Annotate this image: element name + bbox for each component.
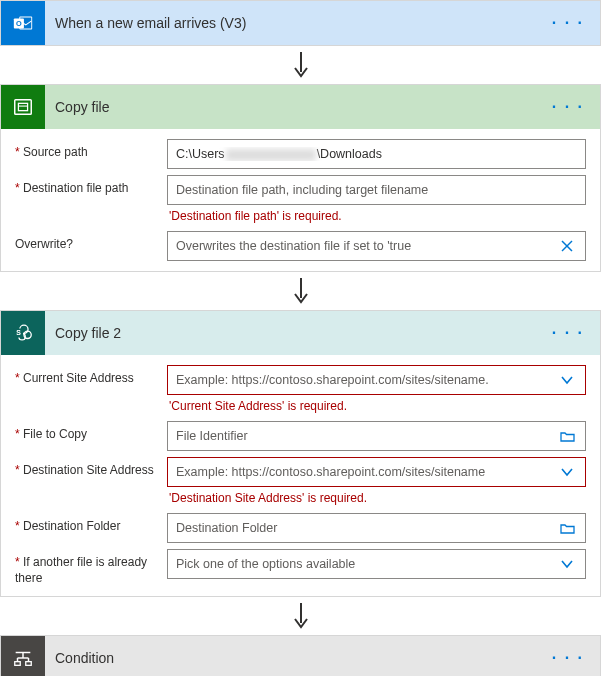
- dest-path-error: 'Destination file path' is required.: [167, 205, 586, 225]
- overwrite-row: Overwrite? Overwrites the destination fi…: [1, 225, 600, 261]
- trigger-header[interactable]: O When a new email arrives (V3) · · ·: [1, 1, 600, 45]
- dest-site-select[interactable]: Example: https://contoso.sharepoint.com/…: [167, 457, 586, 487]
- svg-rect-6: [18, 103, 27, 110]
- folder-picker-icon[interactable]: [557, 429, 577, 444]
- svg-rect-22: [15, 662, 21, 666]
- dest-folder-input[interactable]: Destination Folder: [167, 513, 586, 543]
- svg-text:S: S: [16, 329, 21, 336]
- outlook-icon: O: [1, 1, 45, 45]
- copy-file-2-title: Copy file 2: [45, 325, 548, 341]
- dest-path-row: * Destination file path Destination file…: [1, 169, 600, 225]
- dest-path-label: * Destination file path: [15, 175, 167, 197]
- svg-rect-23: [26, 662, 32, 666]
- copy-file-card: Copy file · · · * Source path C:\Users\D…: [0, 84, 601, 272]
- condition-header[interactable]: Condition · · ·: [1, 636, 600, 676]
- site-address-row: * Current Site Address Example: https://…: [1, 359, 600, 415]
- if-exists-select[interactable]: Pick one of the options available: [167, 549, 586, 579]
- sharepoint-icon: S: [1, 311, 45, 355]
- flow-arrow: [0, 597, 601, 635]
- svg-rect-5: [15, 100, 32, 115]
- copy-file-2-menu-button[interactable]: · · ·: [548, 324, 588, 342]
- dest-path-input[interactable]: Destination file path, including target …: [167, 175, 586, 205]
- chevron-down-icon[interactable]: [557, 557, 577, 571]
- trigger-title: When a new email arrives (V3): [45, 15, 548, 31]
- file-system-icon: [1, 85, 45, 129]
- clear-icon[interactable]: [557, 239, 577, 253]
- site-address-error: 'Current Site Address' is required.: [167, 395, 586, 415]
- dest-site-label: * Destination Site Address: [15, 457, 167, 479]
- svg-text:O: O: [16, 19, 22, 28]
- condition-icon: [1, 636, 45, 676]
- dest-folder-label: * Destination Folder: [15, 513, 167, 535]
- dest-site-error: 'Destination Site Address' is required.: [167, 487, 586, 507]
- file-to-copy-row: * File to Copy File Identifier: [1, 415, 600, 451]
- copy-file-header[interactable]: Copy file · · ·: [1, 85, 600, 129]
- trigger-menu-button[interactable]: · · ·: [548, 14, 588, 32]
- source-path-row: * Source path C:\Users\Downloads: [1, 133, 600, 169]
- flow-arrow: [0, 272, 601, 310]
- flow-arrow: [0, 46, 601, 84]
- copy-file-body: * Source path C:\Users\Downloads * Desti…: [1, 129, 600, 271]
- chevron-down-icon[interactable]: [557, 465, 577, 479]
- dest-folder-row: * Destination Folder Destination Folder: [1, 507, 600, 543]
- file-to-copy-input[interactable]: File Identifier: [167, 421, 586, 451]
- condition-title: Condition: [45, 650, 548, 666]
- copy-file-menu-button[interactable]: · · ·: [548, 98, 588, 116]
- overwrite-input[interactable]: Overwrites the destination file if set t…: [167, 231, 586, 261]
- condition-menu-button[interactable]: · · ·: [548, 649, 588, 667]
- source-path-input[interactable]: C:\Users\Downloads: [167, 139, 586, 169]
- site-address-label: * Current Site Address: [15, 365, 167, 387]
- chevron-down-icon[interactable]: [557, 373, 577, 387]
- dest-site-row: * Destination Site Address Example: http…: [1, 451, 600, 507]
- file-to-copy-label: * File to Copy: [15, 421, 167, 443]
- site-address-select[interactable]: Example: https://contoso.sharepoint.com/…: [167, 365, 586, 395]
- if-exists-label: * If another file is already there: [15, 549, 167, 586]
- source-path-label: * Source path: [15, 139, 167, 161]
- if-exists-row: * If another file is already there Pick …: [1, 543, 600, 586]
- copy-file-2-body: * Current Site Address Example: https://…: [1, 355, 600, 596]
- overwrite-label: Overwrite?: [15, 231, 167, 253]
- redacted-text: [226, 149, 316, 161]
- trigger-card: O When a new email arrives (V3) · · ·: [0, 0, 601, 46]
- copy-file-title: Copy file: [45, 99, 548, 115]
- folder-picker-icon[interactable]: [557, 521, 577, 536]
- condition-card: Condition · · ·: [0, 635, 601, 676]
- copy-file-2-header[interactable]: S Copy file 2 · · ·: [1, 311, 600, 355]
- copy-file-2-card: S Copy file 2 · · · * Current Site Addre…: [0, 310, 601, 597]
